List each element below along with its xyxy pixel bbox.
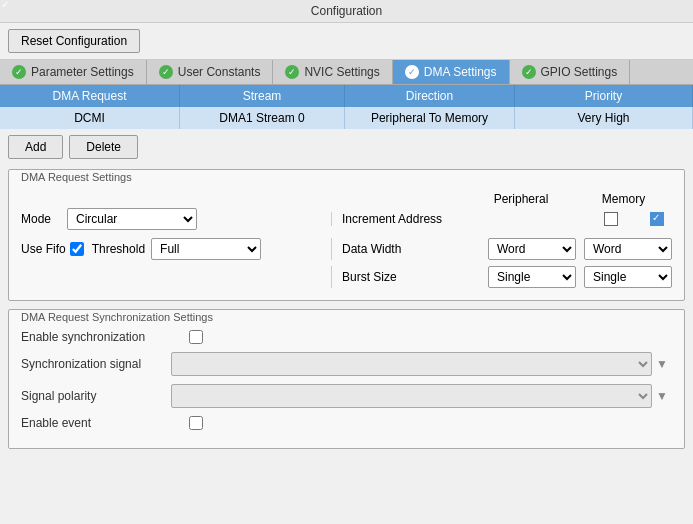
col-direction: Direction — [345, 85, 515, 107]
tab-nvic-settings[interactable]: ✓ NVIC Settings — [273, 60, 392, 84]
data-width-label: Data Width — [342, 242, 401, 256]
tab-check-icon: ✓ — [285, 65, 299, 79]
signal-polarity-row: Signal polarity ▼ — [21, 384, 672, 408]
tab-label: User Constants — [178, 65, 261, 79]
col-priority: Priority — [515, 85, 693, 107]
cell-stream: DMA1 Stream 0 — [180, 107, 345, 129]
tab-check-icon: ✓ — [159, 65, 173, 79]
increment-address-label: Increment Address — [342, 212, 442, 226]
reset-bar: Reset Configuration — [0, 23, 693, 60]
tab-user-constants[interactable]: ✓ User Constants — [147, 60, 274, 84]
sync-signal-label: Synchronization signal — [21, 357, 171, 371]
enable-sync-row: Enable synchronization — [21, 330, 672, 344]
enable-event-label: Enable event — [21, 416, 181, 430]
tab-dma-settings[interactable]: ✓ DMA Settings — [393, 60, 510, 84]
col-stream: Stream — [180, 85, 345, 107]
memory-increment-checkbox[interactable] — [650, 212, 664, 226]
sync-settings-title: DMA Request Synchronization Settings — [17, 311, 217, 323]
memory-header: Memory — [581, 192, 666, 206]
tab-check-icon: ✓ — [522, 65, 536, 79]
page-title: Configuration — [311, 4, 382, 18]
tab-label: Parameter Settings — [31, 65, 134, 79]
action-bar: Add Delete — [0, 129, 693, 165]
sync-signal-select[interactable] — [171, 352, 652, 376]
dma-request-settings-group: DMA Request Settings Peripheral Memory M… — [8, 169, 685, 301]
top-bar: Configuration — [0, 0, 693, 23]
tab-label: DMA Settings — [424, 65, 497, 79]
sync-settings-group: DMA Request Synchronization Settings Ena… — [8, 309, 685, 449]
signal-polarity-label: Signal polarity — [21, 389, 171, 403]
cell-dma-request: DCMI — [0, 107, 180, 129]
sync-settings-content: Enable synchronization Synchronization s… — [9, 324, 684, 448]
tab-check-icon: ✓ — [405, 65, 419, 79]
memory-data-width-select[interactable]: Word Byte Half Word — [584, 238, 672, 260]
dma-settings-content: Peripheral Memory Mode Circular Normal I… — [9, 184, 684, 300]
peripheral-data-width-select[interactable]: Word Byte Half Word — [488, 238, 576, 260]
add-button[interactable]: Add — [8, 135, 63, 159]
memory-burst-size-select[interactable]: Single INCR4 INCR8 INCR16 — [584, 266, 672, 288]
tab-parameter-settings[interactable]: ✓ Parameter Settings — [0, 60, 147, 84]
signal-polarity-select[interactable] — [171, 384, 652, 408]
burst-size-label: Burst Size — [342, 270, 397, 284]
cell-priority: Very High — [515, 107, 693, 129]
delete-button[interactable]: Delete — [69, 135, 138, 159]
threshold-label: Threshold — [92, 242, 145, 256]
mode-select[interactable]: Circular Normal — [67, 208, 197, 230]
sync-signal-row: Synchronization signal ▼ — [21, 352, 672, 376]
tab-label: NVIC Settings — [304, 65, 379, 79]
enable-event-row: Enable event — [21, 416, 672, 430]
peripheral-burst-size-select[interactable]: Single INCR4 INCR8 INCR16 — [488, 266, 576, 288]
peripheral-header: Peripheral — [461, 192, 581, 206]
table-header: DMA Request Stream Direction Priority — [0, 85, 693, 107]
cell-direction: Peripheral To Memory — [345, 107, 515, 129]
mode-label: Mode — [21, 212, 61, 226]
enable-sync-label: Enable synchronization — [21, 330, 181, 344]
col-dma-request: DMA Request — [0, 85, 180, 107]
enable-sync-checkbox[interactable] — [189, 330, 203, 344]
dma-settings-title: DMA Request Settings — [17, 171, 136, 183]
peripheral-increment-checkbox[interactable] — [604, 212, 618, 226]
reset-button[interactable]: Reset Configuration — [8, 29, 140, 53]
tab-label: GPIO Settings — [541, 65, 618, 79]
tabs-container: ✓ Parameter Settings ✓ User Constants ✓ … — [0, 60, 693, 85]
tab-gpio-settings[interactable]: ✓ GPIO Settings — [510, 60, 631, 84]
table-row[interactable]: DCMI DMA1 Stream 0 Peripheral To Memory … — [0, 107, 693, 129]
use-fifo-label: Use Fifo — [21, 242, 66, 256]
use-fifo-checkbox[interactable] — [70, 242, 84, 256]
threshold-select[interactable]: Full Half Quarter 3 Quarter — [151, 238, 261, 260]
enable-event-checkbox[interactable] — [189, 416, 203, 430]
tab-check-icon: ✓ — [12, 65, 26, 79]
